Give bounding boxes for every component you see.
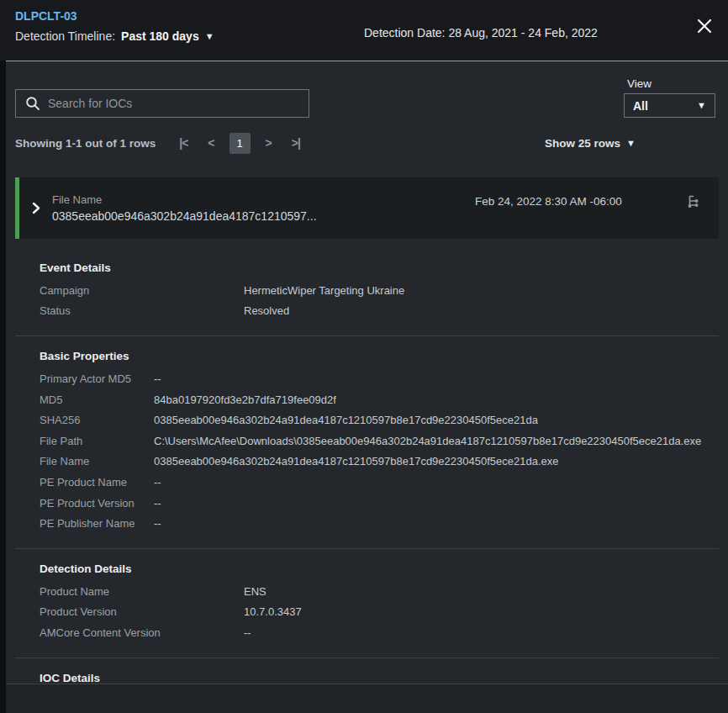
property-label: Campaign	[40, 284, 244, 297]
property-label: Product Version	[40, 605, 244, 618]
chevron-down-icon[interactable]: ▼	[205, 32, 214, 41]
property-value: 10.7.0.3437	[244, 605, 302, 618]
timeline-value[interactable]: Past 180 days	[121, 29, 199, 43]
section-detection-details: Detection DetailsProduct NameENSProduct …	[15, 548, 719, 658]
property-row: Product NameENS	[40, 581, 713, 602]
detection-timeline: Detection Timeline: Past 180 days ▼	[15, 29, 214, 43]
dialog-header: DLPCLT-03 Detection Timeline: Past 180 d…	[0, 0, 728, 61]
pagination-controls: |< < 1 > >|	[169, 133, 310, 154]
view-selected-value: All	[633, 99, 648, 113]
property-row: MD584ba0197920fd3e2b7dfa719fee09d2f	[40, 389, 713, 410]
property-row: Product Version10.7.0.3437	[40, 602, 713, 623]
property-label: AMCore Content Version	[40, 626, 244, 639]
current-page-button[interactable]: 1	[229, 133, 251, 154]
view-label: View	[627, 77, 652, 90]
search-input[interactable]	[48, 90, 309, 117]
property-row: AMCore Content Version--	[40, 622, 713, 643]
property-row: PE Publisher Name--	[40, 513, 713, 534]
property-value: HermeticWiper Targeting Ukraine	[244, 284, 404, 297]
property-label: Primary Actor MD5	[40, 372, 154, 385]
property-value: 0385eeab00e946a302b24a91dea4187c1210597b…	[154, 455, 558, 467]
property-row: SHA2560385eeab00e946a302b24a91dea4187c12…	[40, 409, 713, 430]
show-rows-dropdown[interactable]: Show 25 rows ▼	[545, 132, 636, 154]
timeline-label: Detection Timeline:	[15, 29, 115, 43]
footer-divider	[15, 684, 719, 684]
property-row: PE Product Name--	[40, 472, 713, 493]
section-basic-properties: Basic PropertiesPrimary Actor MD5--MD584…	[15, 335, 719, 548]
property-value: ENS	[244, 585, 266, 598]
property-value: Resolved	[244, 304, 289, 317]
dialog-footer	[6, 684, 728, 713]
event-row-filename: 0385eeab00e946a302b24a91dea4187c1210597.…	[52, 209, 317, 223]
event-row-label: File Name	[52, 193, 317, 206]
ioc-search	[15, 89, 309, 118]
property-value: --	[154, 372, 161, 385]
property-label: MD5	[40, 393, 154, 406]
event-list-row[interactable]: File Name 0385eeab00e946a302b24a91dea418…	[15, 177, 719, 239]
pagination-bar: Showing 1-1 out of 1 rows |< < 1 > >| Sh…	[15, 132, 719, 154]
property-row: CampaignHermeticWiper Targeting Ukraine	[40, 280, 713, 301]
property-label: File Path	[40, 435, 154, 447]
property-row: PE Product Version--	[40, 493, 713, 514]
property-value: --	[154, 476, 161, 489]
search-icon	[25, 96, 40, 111]
event-timestamp: Feb 24, 2022 8:30 AM -06:00	[475, 195, 622, 208]
process-tree-icon[interactable]	[686, 194, 700, 209]
chevron-down-icon: ▼	[697, 101, 706, 110]
property-label: SHA256	[40, 414, 154, 426]
property-value: 0385eeab00e946a302b24a91dea4187c1210597b…	[154, 414, 538, 426]
close-button[interactable]	[695, 17, 714, 35]
next-page-button[interactable]: >	[261, 135, 277, 151]
view-dropdown[interactable]: All ▼	[624, 93, 715, 118]
property-label: PE Product Name	[40, 476, 154, 489]
section-heading: Event Details	[40, 256, 713, 280]
detail-sections: Event DetailsCampaignHermeticWiper Targe…	[15, 248, 719, 713]
property-value: --	[244, 626, 251, 639]
chevron-down-icon: ▼	[626, 139, 636, 148]
property-label: Product Name	[40, 585, 244, 598]
property-row: File PathC:\Users\McAfee\Downloads\0385e…	[40, 430, 713, 452]
property-row: File Name0385eeab00e946a302b24a91dea4187…	[40, 452, 713, 473]
property-row: StatusResolved	[40, 301, 713, 322]
property-label: PE Product Version	[40, 497, 154, 510]
detail-panel: View All ▼ Showing 1-1 out of 1 rows |< …	[6, 61, 728, 713]
section-event-details: Event DetailsCampaignHermeticWiper Targe…	[15, 248, 719, 335]
property-row: Primary Actor MD5--	[40, 368, 713, 389]
expand-chevron-icon[interactable]	[32, 202, 40, 214]
detection-date: Detection Date: 28 Aug, 2021 - 24 Feb, 2…	[364, 26, 598, 40]
property-label: File Name	[40, 455, 154, 467]
property-label: PE Publisher Name	[40, 517, 154, 530]
host-title: DLPCLT-03	[15, 9, 77, 23]
section-heading: Basic Properties	[40, 345, 713, 368]
showing-rows-text: Showing 1-1 out of 1 rows	[15, 137, 156, 150]
property-value: 84ba0197920fd3e2b7dfa719fee09d2f	[154, 393, 336, 406]
property-value: --	[154, 497, 161, 510]
show-rows-label: Show 25 rows	[545, 137, 620, 150]
property-label: Status	[40, 304, 244, 317]
property-value: --	[154, 517, 161, 530]
prev-page-button[interactable]: <	[203, 135, 219, 151]
close-icon	[697, 18, 712, 34]
event-row-main: File Name 0385eeab00e946a302b24a91dea418…	[52, 193, 317, 223]
first-page-button[interactable]: |<	[174, 135, 193, 151]
section-heading: Detection Details	[40, 557, 713, 581]
last-page-button[interactable]: >|	[287, 135, 305, 151]
property-value: C:\Users\McAfee\Downloads\0385eeab00e946…	[154, 435, 701, 447]
